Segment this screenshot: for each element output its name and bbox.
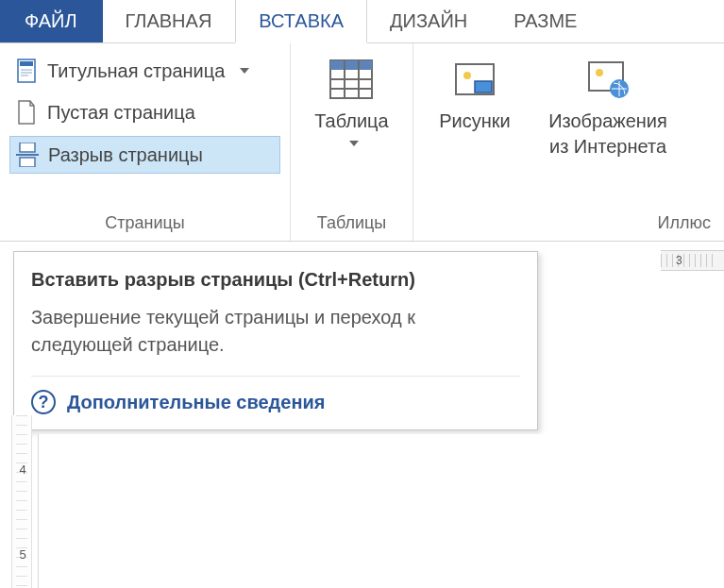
blank-page-icon bbox=[15, 100, 38, 125]
svg-rect-9 bbox=[330, 60, 372, 70]
pictures-button-label: Рисунки bbox=[439, 109, 510, 133]
title-page-label: Титульная страница bbox=[47, 60, 225, 82]
dropdown-caret-icon bbox=[240, 68, 249, 74]
svg-rect-5 bbox=[20, 143, 35, 152]
group-tables-label: Таблицы bbox=[300, 208, 403, 241]
document-area[interactable] bbox=[38, 434, 724, 588]
svg-rect-6 bbox=[20, 158, 35, 167]
group-pages-label: Страницы bbox=[9, 208, 280, 241]
title-page-icon bbox=[15, 59, 38, 83]
tab-layout[interactable]: РАЗМЕ bbox=[491, 0, 600, 42]
online-pictures-icon bbox=[585, 57, 631, 102]
tab-design[interactable]: ДИЗАЙН bbox=[367, 0, 491, 42]
tooltip-description: Завершение текущей страницы и переход к … bbox=[31, 304, 520, 359]
ruler-v-tick: 4 bbox=[15, 462, 30, 477]
tab-home[interactable]: ГЛАВНАЯ bbox=[103, 0, 236, 42]
page-break-icon bbox=[16, 143, 39, 167]
online-pictures-label-1: Изображения bbox=[548, 109, 667, 133]
tooltip-title: Вставить разрыв страницы (Ctrl+Return) bbox=[31, 269, 520, 291]
group-pages: Титульная страница Пустая страница bbox=[0, 43, 291, 241]
ruler-vertical[interactable]: 4 5 bbox=[11, 415, 32, 588]
tooltip-help-label: Дополнительные сведения bbox=[67, 392, 326, 413]
tab-insert[interactable]: ВСТАВКА bbox=[235, 0, 367, 43]
page-break-button[interactable]: Разрыв страницы bbox=[9, 136, 280, 174]
blank-page-label: Пустая страница bbox=[47, 102, 195, 124]
group-illustrations-label: Иллюс bbox=[423, 208, 715, 241]
pictures-icon bbox=[452, 57, 497, 102]
ruler-horizontal[interactable]: 3 bbox=[661, 250, 724, 271]
ribbon-tabs: ФАЙЛ ГЛАВНАЯ ВСТАВКА ДИЗАЙН РАЗМЕ bbox=[0, 0, 724, 43]
svg-rect-1 bbox=[20, 61, 33, 66]
online-pictures-label-2: из Интернета bbox=[549, 135, 666, 159]
dropdown-caret-icon bbox=[349, 141, 359, 146]
table-button[interactable]: Таблица bbox=[307, 53, 396, 208]
ribbon: Титульная страница Пустая страница bbox=[0, 43, 724, 242]
help-icon: ? bbox=[31, 390, 56, 414]
tooltip: Вставить разрыв страницы (Ctrl+Return) З… bbox=[13, 251, 538, 430]
svg-point-15 bbox=[463, 72, 471, 79]
ruler-h-marker: 3 bbox=[676, 254, 682, 267]
tooltip-help-link[interactable]: ? Дополнительные сведения bbox=[31, 376, 520, 414]
blank-page-button[interactable]: Пустая страница bbox=[9, 94, 280, 130]
table-icon bbox=[328, 57, 374, 102]
ruler-v-tick: 5 bbox=[15, 547, 30, 562]
pictures-button[interactable]: Рисунки bbox=[423, 53, 527, 208]
svg-point-18 bbox=[596, 69, 603, 76]
group-illustrations: Рисунки Изображения из Интернета Иллюс bbox=[413, 43, 724, 241]
table-button-label: Таблица bbox=[314, 109, 388, 133]
title-page-button[interactable]: Титульная страница bbox=[9, 53, 280, 89]
svg-rect-16 bbox=[475, 81, 492, 92]
tab-file[interactable]: ФАЙЛ bbox=[0, 0, 103, 42]
page-break-label: Разрыв страницы bbox=[48, 144, 203, 166]
group-tables: Таблица Таблицы bbox=[291, 43, 413, 241]
online-pictures-button[interactable]: Изображения из Интернета bbox=[532, 53, 683, 208]
